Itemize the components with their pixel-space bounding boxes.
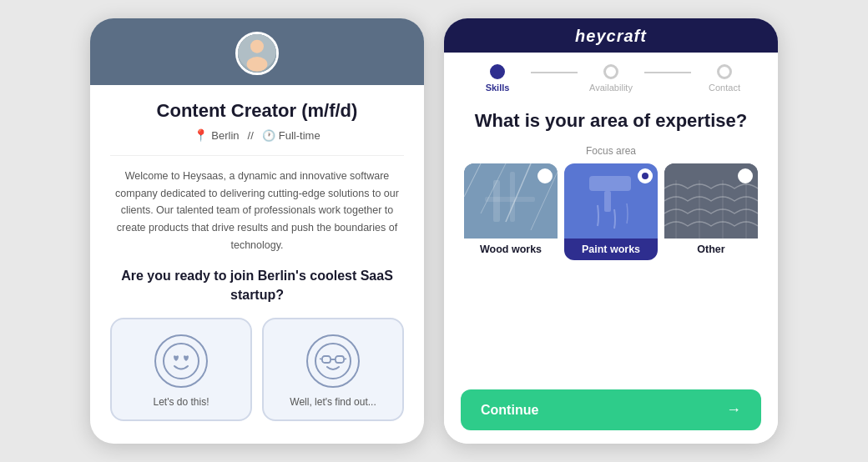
other-radio [738, 168, 753, 183]
step-availability[interactable]: Availability [578, 64, 644, 93]
step-line-2 [644, 72, 691, 73]
step-label-skills: Skills [486, 83, 510, 93]
location-icon: 📍 [194, 128, 208, 142]
job-description: Welcome to Heysaas, a dynamic and innova… [110, 168, 404, 254]
work-type: 🕐 Full-time [262, 128, 320, 142]
option-maybe[interactable]: Well, let's find out... [262, 318, 404, 421]
svg-rect-20 [604, 191, 611, 212]
skill-other[interactable]: Other [664, 163, 758, 260]
step-contact[interactable]: Contact [691, 64, 758, 93]
skills-grid: Wood works Pain [461, 163, 761, 260]
arrow-icon: → [726, 401, 741, 419]
svg-point-3 [164, 344, 199, 379]
step-skills[interactable]: Skills [464, 64, 531, 93]
paint-radio [638, 168, 653, 183]
stepper: Skills Availability Contact [444, 53, 778, 101]
step-label-contact: Contact [709, 83, 740, 93]
right-phone: heycraft Skills Availability Contact Wha… [444, 18, 778, 444]
svg-point-4 [315, 344, 351, 379]
svg-point-1 [250, 40, 264, 53]
glasses-icon [306, 334, 360, 388]
step-dot-skills [490, 64, 505, 79]
wood-label: Wood works [464, 239, 558, 260]
right-header: heycraft [444, 18, 778, 53]
brand-logo: heycraft [457, 27, 765, 53]
option-maybe-label: Well, let's find out... [290, 396, 376, 408]
svg-rect-19 [589, 176, 631, 191]
other-label: Other [664, 239, 758, 260]
svg-line-9 [344, 359, 346, 359]
svg-rect-6 [336, 356, 344, 363]
paint-image [564, 163, 658, 239]
option-yes-label: Let's do this! [154, 396, 209, 408]
left-phone: Content Creator (m/f/d) 📍 Berlin // 🕐 Fu… [90, 18, 424, 444]
right-body: What is your area of expertise? Focus ar… [444, 101, 778, 444]
continue-button[interactable]: Continue → [461, 389, 761, 430]
left-body: Content Creator (m/f/d) 📍 Berlin // 🕐 Fu… [90, 85, 424, 444]
cta-text: Are you ready to join Berlin's coolest S… [110, 267, 404, 304]
option-yes[interactable]: Let's do this! [110, 318, 252, 421]
wood-radio [537, 168, 553, 183]
other-image [664, 163, 758, 239]
wood-image [464, 163, 558, 239]
avatar [235, 32, 279, 75]
step-line-1 [531, 72, 578, 73]
skill-wood[interactable]: Wood works [464, 163, 558, 260]
focus-area-label: Focus area [461, 145, 761, 157]
step-label-availability: Availability [589, 83, 633, 93]
location: 📍 Berlin [194, 128, 239, 142]
heart-eyes-icon [154, 334, 208, 388]
step-dot-contact [717, 64, 732, 79]
left-header [90, 18, 424, 85]
job-meta: 📍 Berlin // 🕐 Full-time [110, 128, 404, 142]
option-row: Let's do this! [110, 318, 404, 421]
continue-label: Continue [481, 403, 538, 418]
job-title: Content Creator (m/f/d) [110, 100, 404, 122]
paint-label: Paint works [564, 239, 658, 260]
svg-point-2 [247, 57, 268, 72]
svg-line-8 [320, 359, 322, 359]
svg-rect-17 [485, 197, 535, 202]
expertise-question: What is your area of expertise? [461, 109, 761, 133]
svg-rect-5 [322, 356, 331, 363]
clock-icon: 🕐 [262, 129, 275, 142]
skill-paint[interactable]: Paint works [564, 163, 658, 260]
divider [110, 155, 404, 156]
step-dot-availability [603, 64, 618, 79]
